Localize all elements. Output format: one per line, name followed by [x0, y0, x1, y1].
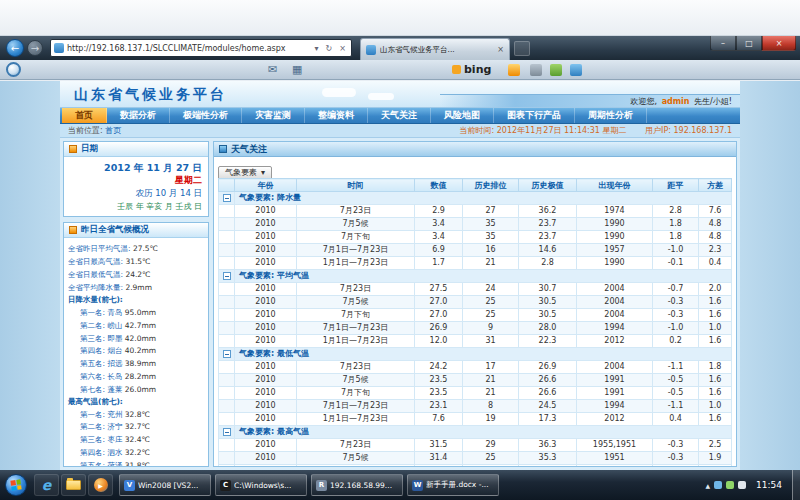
overview-ranks: 日降水量(前七):第一名: 青岛 95.0mm第二名: 崂山 42.7mm第三名…	[68, 294, 204, 466]
breadcrumb-home-link[interactable]: 首页	[105, 126, 121, 135]
welcome-suffix: 先生/小姐!	[694, 97, 732, 106]
weekday-line: 星期二	[68, 174, 202, 187]
table-cell: 2010	[235, 413, 297, 426]
table-row[interactable]: 20101月1日—7月23日7.61917.320120.41.6	[219, 413, 732, 426]
forward-button[interactable]: →	[27, 40, 43, 56]
minimize-button[interactable]: –	[710, 36, 736, 51]
table-cell: 1994	[577, 400, 653, 413]
messenger-icon[interactable]	[570, 64, 582, 76]
apps-icon[interactable]	[508, 64, 520, 76]
weather-icon	[69, 226, 77, 234]
contacts-icon[interactable]	[530, 64, 542, 76]
table-cell: 35.3	[519, 452, 577, 465]
table-row[interactable]: 20101月1日—7月23日1.7212.81990-0.10.4	[219, 257, 732, 270]
table-cell: 1.6	[699, 309, 732, 322]
grid-icon[interactable]: ▦	[292, 63, 302, 76]
bing-logo[interactable]: bing	[452, 63, 491, 76]
nav-item-5[interactable]: 天气关注	[368, 108, 431, 123]
taskbar-window-1[interactable]: CC:\Windows\s...	[215, 474, 307, 496]
table-row[interactable]: 20107月下旬27.02530.52004-0.31.6	[219, 309, 732, 322]
taskbar-window-2[interactable]: R192.168.58.99...	[311, 474, 403, 496]
nav-item-8[interactable]: 周期性分析	[575, 108, 647, 123]
taskbar-window-3[interactable]: W新手手册.docx -...	[407, 474, 499, 496]
ganzhi-line: 壬辰 年 辛亥 月 壬戌 日	[68, 200, 202, 213]
table-cell: 2010	[235, 439, 297, 452]
tray-update-icon[interactable]	[726, 481, 734, 489]
toolbar-logo-icon[interactable]	[6, 62, 21, 77]
table-row[interactable]: 20107月下旬23.52126.61991-0.51.6	[219, 387, 732, 400]
station-label: 蓬莱	[107, 385, 124, 394]
tray-volume-icon[interactable]	[738, 481, 746, 489]
table-row[interactable]: 20107月1日—7月23日23.1824.51994-1.11.0	[219, 400, 732, 413]
breadcrumb-bar: 当前位置: 首页 当前时间: 2012年11月27日 11:14:31 星期二 …	[60, 124, 740, 138]
status-info: 当前时间: 2012年11月27日 11:14:31 星期二 用户IP: 192…	[444, 124, 732, 137]
taskbar-explorer-button[interactable]	[61, 474, 86, 496]
row-lead-cell	[219, 374, 235, 387]
rank-item: 第五名: 菏泽 31.8℃	[68, 458, 204, 466]
url-text: http://192.168.137.1/SLCCLIMATE/modules/…	[67, 44, 310, 53]
nav-item-0[interactable]: 首页	[62, 108, 107, 123]
new-tab-button[interactable]	[514, 41, 530, 56]
share-icon[interactable]	[550, 64, 562, 76]
table-cell: 17	[463, 361, 519, 374]
table-row[interactable]: 20101月1日—7月23日12.03122.320120.21.6	[219, 335, 732, 348]
table-row[interactable]: 20107月1日—7月23日6.91614.61957-1.02.3	[219, 244, 732, 257]
station-label: 即墨	[107, 334, 124, 343]
taskbar: e ▶ VWin2008 [VS2...CC:\Windows\s...R192…	[0, 470, 800, 500]
rank-value: 32.7℃	[125, 422, 150, 431]
welcome-username: admin	[662, 97, 690, 106]
table-row[interactable]: 20107月23日27.52430.72004-0.72.0	[219, 283, 732, 296]
browser-tab[interactable]: 山东省气候业务平台... ×	[360, 38, 510, 60]
row-lead-cell	[219, 205, 235, 218]
stop-icon[interactable]: ×	[337, 44, 348, 53]
table-group-row[interactable]: 气象要素: 最低气温	[219, 348, 732, 361]
browser-toolbar: ✉ ▦ bing	[0, 60, 800, 80]
table-row[interactable]: 20107月1日—7月23日26.9928.01994-1.01.0	[219, 322, 732, 335]
tab-close-icon[interactable]: ×	[497, 45, 504, 54]
expand-icon[interactable]	[223, 194, 231, 202]
table-row[interactable]: 20107月5候23.52126.61991-0.51.6	[219, 374, 732, 387]
show-desktop-button[interactable]	[792, 470, 800, 500]
address-bar[interactable]: http://192.168.137.1/SLCCLIMATE/modules/…	[50, 39, 352, 57]
taskbar-clock[interactable]: 11:54	[750, 480, 788, 490]
mail-icon[interactable]: ✉	[268, 63, 277, 76]
expand-icon[interactable]	[223, 428, 231, 436]
table-header-cell: 数值	[415, 179, 463, 192]
table-row[interactable]: 20107月下旬3.43523.719901.84.8	[219, 231, 732, 244]
expand-icon[interactable]	[223, 272, 231, 280]
table-row[interactable]: 20107月5候31.42535.31951-0.31.9	[219, 452, 732, 465]
table-row[interactable]: 20107月5候27.02530.52004-0.31.6	[219, 296, 732, 309]
tray-expand-icon[interactable]: ▲	[705, 482, 710, 489]
maximize-button[interactable]: □	[736, 36, 762, 51]
taskbar-ie-button[interactable]: e	[34, 474, 59, 496]
close-button[interactable]: ×	[762, 36, 796, 51]
table-cell: 2.3	[699, 244, 732, 257]
nav-item-3[interactable]: 灾害监测	[242, 108, 305, 123]
table-group-row[interactable]: 气象要素: 平均气温	[219, 270, 732, 283]
group-label-cell: 气象要素: 平均气温	[235, 270, 732, 283]
table-cell: 27	[463, 205, 519, 218]
table-group-row[interactable]: 气象要素: 最高气温	[219, 426, 732, 439]
nav-item-7[interactable]: 图表下行产品	[494, 108, 575, 123]
table-group-row[interactable]: 气象要素: 降水量	[219, 192, 732, 205]
table-cell: 1.6	[699, 387, 732, 400]
table-row[interactable]: 20107月5候3.43523.719901.84.8	[219, 218, 732, 231]
search-dropdown-icon[interactable]: ▾	[313, 44, 321, 53]
start-button[interactable]	[5, 474, 27, 496]
nav-item-4[interactable]: 整编资料	[305, 108, 368, 123]
taskbar-window-0[interactable]: VWin2008 [VS2...	[119, 474, 211, 496]
back-button[interactable]: ←	[6, 39, 24, 57]
nav-item-1[interactable]: 数据分析	[107, 108, 170, 123]
table-row[interactable]: 20107月23日31.52936.31955,1951-0.32.5	[219, 439, 732, 452]
table-cell: 2004	[577, 296, 653, 309]
table-row[interactable]: 20107月下旬31.42535.31951-0.31.9	[219, 465, 732, 467]
overview-panel: 昨日全省气候概况 全省昨日平均气温: 27.5℃全省日最高气温: 31.5℃全省…	[63, 222, 209, 467]
tray-network-icon[interactable]	[714, 481, 722, 489]
refresh-icon[interactable]: ↻	[324, 44, 335, 53]
expand-icon[interactable]	[223, 350, 231, 358]
table-row[interactable]: 20107月23日24.21726.92004-1.11.8	[219, 361, 732, 374]
nav-item-2[interactable]: 极端性分析	[170, 108, 242, 123]
table-row[interactable]: 20107月23日2.92736.219742.87.6	[219, 205, 732, 218]
nav-item-6[interactable]: 风险地图	[431, 108, 494, 123]
taskbar-media-button[interactable]: ▶	[88, 474, 113, 496]
